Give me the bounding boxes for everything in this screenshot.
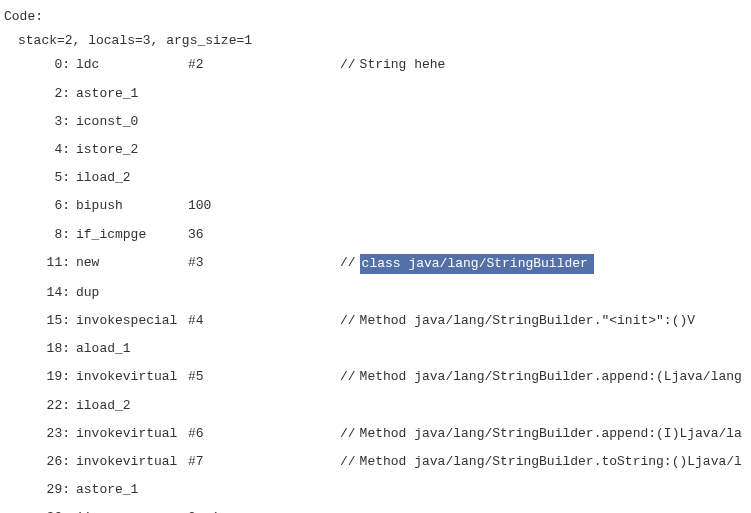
bytecode-line: 5:iload_2 [4,169,747,187]
opcode: aload_1 [76,340,188,358]
comment: Method java/lang/StringBuilder.append:(L… [360,368,742,386]
operand [188,340,340,358]
bytecode-line: 14:dup [4,284,747,302]
comment: class java/lang/StringBuilder [360,254,594,274]
opcode: istore_2 [76,141,188,159]
offset: 23: [4,425,76,443]
operand: 36 [188,226,340,244]
operand: #6 [188,425,340,443]
offset: 11: [4,254,76,274]
opcode: bipush [76,197,188,215]
offset: 15: [4,312,76,330]
opcode: iload_2 [76,169,188,187]
bytecode-line: 0:ldc#2// String hehe [4,56,747,74]
bytecode-listing: 0:ldc#2// String hehe2:astore_13:iconst_… [4,56,747,513]
opcode: invokevirtual [76,453,188,471]
opcode: iconst_0 [76,113,188,131]
offset: 14: [4,284,76,302]
operand: #7 [188,453,340,471]
comment-prefix: // [340,425,360,443]
code-header: Code: [4,8,747,26]
opcode: invokespecial [76,312,188,330]
operand: 2, 1 [188,509,340,513]
offset: 4: [4,141,76,159]
comment-prefix: // [340,254,360,274]
offset: 8: [4,226,76,244]
operand: #4 [188,312,340,330]
operand: #2 [188,56,340,74]
comment: Method java/lang/StringBuilder.toString:… [360,453,742,471]
bytecode-line: 15:invokespecial#4// Method java/lang/St… [4,312,747,330]
comment: String hehe [360,56,446,74]
bytecode-line: 18:aload_1 [4,340,747,358]
operand [188,113,340,131]
offset: 6: [4,197,76,215]
bytecode-line: 2:astore_1 [4,85,747,103]
opcode: astore_1 [76,481,188,499]
opcode: new [76,254,188,274]
comment: Method java/lang/StringBuilder.append:(I… [360,425,742,443]
comment-prefix: // [340,453,360,471]
stack-info: stack=2, locals=3, args_size=1 [18,32,747,50]
offset: 5: [4,169,76,187]
offset: 3: [4,113,76,131]
operand: #5 [188,368,340,386]
offset: 0: [4,56,76,74]
comment-prefix: // [340,368,360,386]
offset: 26: [4,453,76,471]
operand [188,169,340,187]
comment-prefix: // [340,312,360,330]
opcode: iinc [76,509,188,513]
operand: #3 [188,254,340,274]
comment-prefix: // [340,56,360,74]
offset: 19: [4,368,76,386]
operand [188,481,340,499]
opcode: iload_2 [76,397,188,415]
bytecode-line: 6:bipush100 [4,197,747,215]
bytecode-line: 3:iconst_0 [4,113,747,131]
bytecode-line: 26:invokevirtual#7// Method java/lang/St… [4,453,747,471]
opcode: invokevirtual [76,368,188,386]
bytecode-line: 29:astore_1 [4,481,747,499]
operand [188,284,340,302]
operand [188,141,340,159]
opcode: ldc [76,56,188,74]
bytecode-line: 8:if_icmpge36 [4,226,747,244]
offset: 29: [4,481,76,499]
bytecode-line: 11:new#3// class java/lang/StringBuilder [4,254,747,274]
operand: 100 [188,197,340,215]
bytecode-line: 23:invokevirtual#6// Method java/lang/St… [4,425,747,443]
operand [188,397,340,415]
offset: 30: [4,509,76,513]
opcode: dup [76,284,188,302]
opcode: if_icmpge [76,226,188,244]
bytecode-line: 22:iload_2 [4,397,747,415]
opcode: astore_1 [76,85,188,103]
offset: 2: [4,85,76,103]
opcode: invokevirtual [76,425,188,443]
bytecode-line: 4:istore_2 [4,141,747,159]
offset: 22: [4,397,76,415]
offset: 18: [4,340,76,358]
comment: Method java/lang/StringBuilder."<init>":… [360,312,695,330]
bytecode-line: 19:invokevirtual#5// Method java/lang/St… [4,368,747,386]
operand [188,85,340,103]
bytecode-line: 30:iinc2, 1 [4,509,747,513]
